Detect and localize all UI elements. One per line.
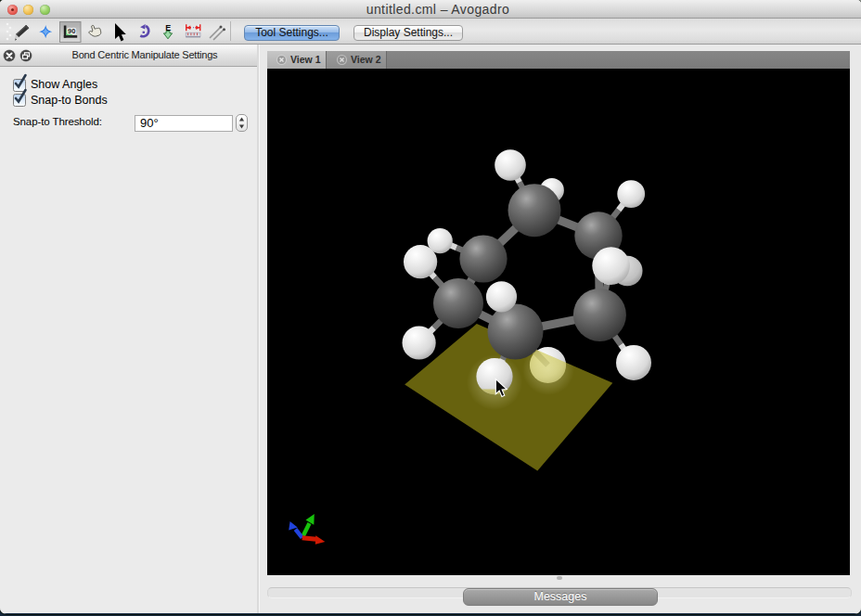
svg-text:90: 90 [68,27,75,35]
